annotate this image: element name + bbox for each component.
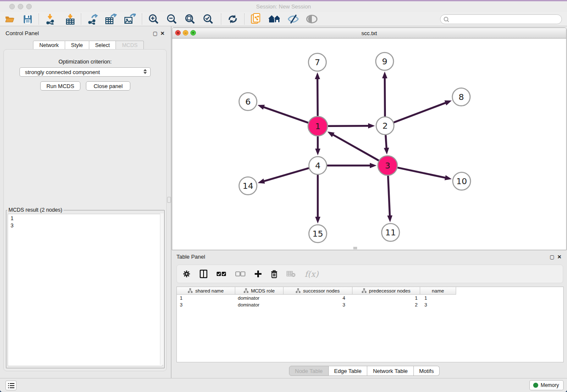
zoom-out-icon[interactable] bbox=[165, 12, 178, 26]
network-overview-icon[interactable] bbox=[250, 12, 263, 26]
export-image-icon[interactable] bbox=[123, 12, 137, 26]
graph-node-label: 2 bbox=[383, 121, 388, 131]
mcds-result-title: MCDS result (2 nodes) bbox=[7, 207, 63, 213]
tab-mcds[interactable]: MCDS bbox=[116, 41, 144, 50]
graph-node-label: 10 bbox=[456, 176, 467, 186]
tab-edge-table[interactable]: Edge Table bbox=[329, 366, 368, 376]
graph-node-label: 14 bbox=[242, 181, 253, 191]
edge-arrowhead-icon bbox=[315, 72, 320, 79]
edge-2-9[interactable] bbox=[385, 77, 385, 116]
attribute-type-icon bbox=[188, 288, 193, 293]
zoom-in-icon[interactable] bbox=[147, 12, 160, 26]
delete-table-icon[interactable] bbox=[286, 271, 296, 277]
table-row[interactable]: 1 dominator 4 1 1 bbox=[177, 295, 563, 301]
zoom-fit-icon[interactable] bbox=[184, 12, 196, 26]
table-toolbar: f(x) bbox=[176, 265, 563, 283]
show-icon[interactable] bbox=[305, 12, 319, 26]
table-header-row: shared name MCDS role successor nodes pr… bbox=[177, 287, 563, 295]
memory-button[interactable]: Memory bbox=[529, 380, 564, 390]
deselect-all-icon[interactable] bbox=[235, 271, 245, 276]
graph-node-label: 1 bbox=[315, 121, 321, 131]
attribute-type-icon bbox=[296, 288, 300, 293]
column-header[interactable]: successor nodes bbox=[284, 287, 352, 295]
edge-arrowhead-icon bbox=[258, 179, 265, 184]
list-icon bbox=[8, 383, 14, 388]
application-window: Session: New Session bbox=[0, 0, 567, 392]
table-row[interactable]: 3 dominator 3 2 3 bbox=[177, 301, 563, 308]
column-header[interactable]: shared name bbox=[177, 287, 235, 295]
criterion-select[interactable]: strongly connected component bbox=[19, 67, 151, 77]
table-tabs: Node Table Edge Table Network Table Moti… bbox=[289, 366, 440, 376]
add-column-icon[interactable] bbox=[254, 270, 262, 278]
edge-4-14[interactable] bbox=[263, 168, 308, 181]
network-view-window: ✕ − + scc.txt 7968124314101511 bbox=[172, 28, 567, 250]
import-table-icon[interactable] bbox=[63, 12, 77, 26]
select-all-icon[interactable] bbox=[216, 271, 226, 276]
edge-1-7[interactable] bbox=[317, 78, 318, 116]
edge-arrowhead-icon bbox=[258, 105, 265, 110]
optimization-criterion-label: Optimization criterion: bbox=[4, 58, 166, 65]
memory-status-icon bbox=[533, 383, 538, 388]
control-panel-title: Control Panel bbox=[6, 30, 39, 36]
tab-motifs[interactable]: Motifs bbox=[414, 366, 440, 376]
tab-node-table[interactable]: Node Table bbox=[289, 366, 329, 376]
hide-icon[interactable] bbox=[286, 12, 300, 26]
memory-label: Memory bbox=[541, 382, 559, 388]
column-header[interactable]: name bbox=[420, 287, 456, 295]
graph-node-label: 15 bbox=[312, 229, 323, 239]
tab-network-table[interactable]: Network Table bbox=[367, 366, 413, 376]
edge-2-8[interactable] bbox=[394, 102, 446, 122]
column-header[interactable]: predecessor nodes bbox=[352, 287, 420, 295]
panel-divider bbox=[171, 26, 171, 378]
edge-arrowhead-icon bbox=[315, 149, 320, 155]
criterion-value: strongly connected component bbox=[25, 69, 100, 75]
export-table-icon[interactable] bbox=[104, 12, 118, 26]
close-table-panel-icon[interactable]: ✕ bbox=[557, 254, 561, 260]
float-control-panel-icon[interactable]: ▢ bbox=[153, 30, 157, 36]
run-mcds-button[interactable]: Run MCDS bbox=[40, 81, 80, 91]
column-selector-icon[interactable] bbox=[200, 270, 207, 278]
settings-gear-icon[interactable] bbox=[182, 270, 191, 278]
save-session-icon[interactable] bbox=[21, 12, 34, 26]
delete-column-icon[interactable] bbox=[271, 270, 278, 278]
window-title: Session: New Session bbox=[0, 3, 567, 10]
mcds-result-group: MCDS result (2 nodes) 1 3 bbox=[6, 207, 165, 368]
result-scrollbar[interactable] bbox=[160, 213, 164, 365]
open-session-icon[interactable] bbox=[3, 12, 16, 26]
edge-arrowhead-icon bbox=[328, 132, 335, 137]
edge-1-6[interactable] bbox=[263, 107, 308, 123]
canvas-scrollbar-grip[interactable] bbox=[353, 247, 357, 249]
tab-style[interactable]: Style bbox=[65, 41, 89, 50]
edge-3-1[interactable] bbox=[333, 135, 378, 160]
column-header[interactable]: MCDS role bbox=[235, 287, 284, 295]
status-bar: Memory bbox=[0, 378, 567, 392]
edge-3-10[interactable] bbox=[398, 168, 446, 178]
graph-node-label: 8 bbox=[459, 92, 464, 102]
export-network-icon[interactable] bbox=[85, 12, 100, 26]
tab-select[interactable]: Select bbox=[89, 41, 116, 50]
close-control-panel-icon[interactable]: ✕ bbox=[160, 30, 165, 36]
edge-arrowhead-icon bbox=[444, 100, 451, 105]
network-window-titlebar[interactable]: ✕ − + scc.txt bbox=[172, 28, 566, 39]
edge-2-3[interactable] bbox=[385, 135, 386, 149]
task-history-button[interactable] bbox=[6, 381, 17, 390]
graph-node-label: 9 bbox=[382, 56, 388, 66]
tab-network[interactable]: Network bbox=[33, 41, 65, 50]
search-input[interactable] bbox=[440, 14, 562, 24]
function-builder-icon[interactable]: f(x) bbox=[305, 269, 319, 279]
control-panel-tabs: Network Style Select MCDS bbox=[33, 41, 144, 50]
float-table-panel-icon[interactable]: ▢ bbox=[550, 254, 554, 260]
zoom-selected-icon[interactable] bbox=[202, 12, 215, 26]
graph-node-label: 6 bbox=[245, 97, 251, 107]
refresh-icon[interactable] bbox=[226, 12, 239, 26]
edge-arrowhead-icon bbox=[387, 215, 392, 222]
mcds-result-text[interactable]: 1 3 bbox=[8, 214, 162, 366]
network-canvas[interactable]: 7968124314101511 bbox=[172, 39, 566, 250]
graph-node-label: 4 bbox=[315, 160, 321, 171]
close-panel-button[interactable]: Close panel bbox=[86, 81, 130, 91]
panel-divider-grip[interactable] bbox=[167, 197, 171, 203]
home-icon[interactable] bbox=[267, 12, 282, 26]
edge-1-2[interactable] bbox=[328, 126, 369, 126]
edge-3-11[interactable] bbox=[388, 176, 390, 216]
import-network-icon[interactable] bbox=[44, 12, 57, 26]
